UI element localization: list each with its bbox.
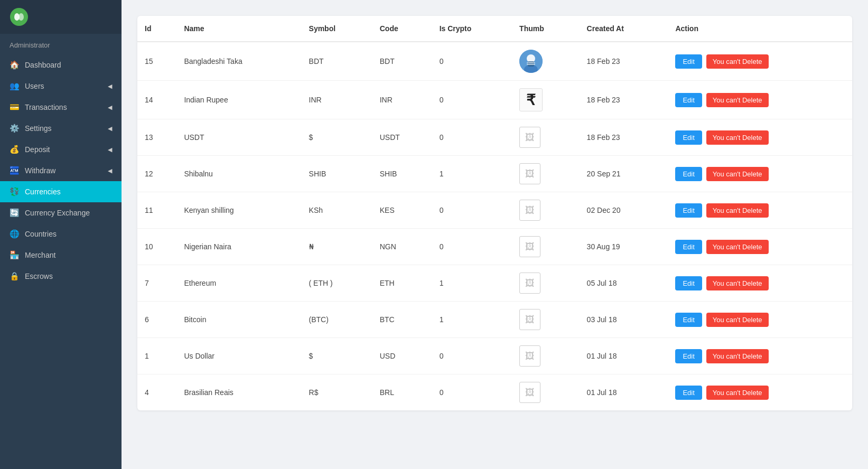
table-row: 1 Us Dollar $ USD 0 01 Jul 18 Edit You c… (137, 338, 852, 374)
edit-button[interactable]: Edit (675, 313, 702, 327)
withdraw-icon: 🏧 (10, 166, 20, 175)
cell-is-crypto: 0 (432, 229, 512, 265)
thumb-broken (519, 273, 540, 294)
cell-code: BRL (372, 374, 432, 411)
delete-button[interactable]: You can't Delete (706, 276, 769, 290)
cell-created-at: 18 Feb 23 (580, 42, 668, 81)
cell-thumb (512, 338, 579, 374)
cell-id: 7 (137, 265, 176, 302)
cell-id: 1 (137, 338, 176, 374)
cell-thumb (512, 119, 579, 156)
sidebar-item-escrows[interactable]: 🔒 Escrows (0, 266, 122, 287)
delete-button[interactable]: You can't Delete (706, 349, 769, 363)
sidebar-item-transactions[interactable]: 💳 Transactions ◀ (0, 97, 122, 118)
cell-created-at: 01 Jul 18 (580, 374, 668, 411)
cell-created-at: 03 Jul 18 (580, 302, 668, 338)
cell-symbol: (BTC) (302, 302, 372, 338)
cell-symbol: $ (302, 119, 372, 156)
table-header-row: IdNameSymbolCodeIs CryptoThumbCreated At… (137, 16, 852, 42)
delete-button[interactable]: You can't Delete (706, 203, 769, 218)
thumb-broken (519, 127, 540, 148)
cell-symbol: R$ (302, 374, 372, 411)
sidebar-admin-label: Administrator (0, 34, 122, 54)
col-header-is-crypto: Is Crypto (432, 16, 512, 42)
sidebar-item-merchant[interactable]: 🏪 Merchant (0, 245, 122, 266)
table-body: 15 Bangladeshi Taka BDT BDT 0 18 Feb 23 … (137, 42, 852, 410)
sidebar-item-currencies[interactable]: 💱 Currencies (0, 181, 122, 202)
table-row: 6 Bitcoin (BTC) BTC 1 03 Jul 18 Edit You… (137, 302, 852, 338)
thumb-broken (519, 200, 540, 221)
thumb-broken (519, 345, 540, 367)
cell-thumb (512, 156, 579, 192)
thumb-broken (519, 163, 540, 184)
edit-button[interactable]: Edit (675, 276, 702, 290)
edit-button[interactable]: Edit (675, 93, 702, 107)
svg-rect-7 (527, 62, 535, 63)
merchant-icon: 🏪 (10, 250, 20, 260)
cell-symbol: KSh (302, 192, 372, 229)
sidebar-item-dashboard[interactable]: 🏠 Dashboard (0, 54, 122, 76)
col-header-created-at: Created At (580, 16, 668, 42)
sidebar-item-label: Currency Exchange (25, 209, 90, 217)
edit-button[interactable]: Edit (675, 240, 702, 254)
cell-id: 10 (137, 229, 176, 265)
cell-id: 11 (137, 192, 176, 229)
cell-code: INR (372, 81, 432, 119)
chevron-icon: ◀ (108, 104, 112, 111)
edit-button[interactable]: Edit (675, 167, 702, 181)
cell-created-at: 01 Jul 18 (580, 338, 668, 374)
table-row: 4 Brasilian Reais R$ BRL 0 01 Jul 18 Edi… (137, 374, 852, 411)
delete-button[interactable]: You can't Delete (706, 167, 769, 181)
cell-id: 15 (137, 42, 176, 81)
sidebar-item-currency-exchange[interactable]: 🔄 Currency Exchange (0, 202, 122, 223)
delete-button[interactable]: You can't Delete (706, 240, 769, 254)
col-header-id: Id (137, 16, 176, 42)
edit-button[interactable]: Edit (675, 386, 702, 400)
sidebar-item-label: Merchant (25, 251, 55, 259)
cell-code: ETH (372, 265, 432, 302)
cell-thumb (512, 192, 579, 229)
sidebar-item-label: Currencies (25, 187, 61, 196)
edit-button[interactable]: Edit (675, 130, 702, 145)
cell-symbol: ₦ (302, 229, 372, 265)
cell-name: Shibalnu (176, 156, 301, 192)
table-header: IdNameSymbolCodeIs CryptoThumbCreated At… (137, 16, 852, 42)
sidebar-item-label: Countries (25, 230, 57, 238)
delete-button[interactable]: You can't Delete (706, 313, 769, 327)
cell-name: USDT (176, 119, 301, 156)
cell-is-crypto: 0 (432, 192, 512, 229)
deposit-icon: 💰 (10, 145, 20, 154)
chevron-icon: ◀ (108, 125, 112, 132)
sidebar-item-withdraw[interactable]: 🏧 Withdraw ◀ (0, 160, 122, 181)
sidebar-item-settings[interactable]: ⚙️ Settings ◀ (0, 118, 122, 139)
sidebar-item-label: Withdraw (25, 166, 55, 175)
cell-name: Ethereum (176, 265, 301, 302)
sidebar-item-countries[interactable]: 🌐 Countries (0, 223, 122, 245)
cell-action: Edit You can't Delete (668, 374, 852, 411)
sidebar-item-label: Users (25, 82, 44, 90)
sidebar-item-label: Dashboard (25, 61, 61, 69)
dashboard-icon: 🏠 (10, 60, 20, 70)
delete-button[interactable]: You can't Delete (706, 130, 769, 145)
cell-created-at: 18 Feb 23 (580, 119, 668, 156)
sidebar-item-deposit[interactable]: 💰 Deposit ◀ (0, 139, 122, 160)
edit-button[interactable]: Edit (675, 203, 702, 218)
cell-code: KES (372, 192, 432, 229)
svg-point-2 (18, 13, 24, 21)
cell-name: Us Dollar (176, 338, 301, 374)
delete-button[interactable]: You can't Delete (706, 386, 769, 400)
cell-created-at: 30 Aug 19 (580, 229, 668, 265)
chevron-icon: ◀ (108, 146, 112, 153)
edit-button[interactable]: Edit (675, 349, 702, 363)
cell-created-at: 05 Jul 18 (580, 265, 668, 302)
sidebar-item-users[interactable]: 👥 Users ◀ (0, 76, 122, 97)
edit-button[interactable]: Edit (675, 54, 702, 69)
col-header-name: Name (176, 16, 301, 42)
cell-code: BTC (372, 302, 432, 338)
settings-icon: ⚙️ (10, 124, 20, 133)
delete-button[interactable]: You can't Delete (706, 54, 769, 69)
currencies-table-container: IdNameSymbolCodeIs CryptoThumbCreated At… (137, 16, 852, 410)
cell-id: 6 (137, 302, 176, 338)
cell-thumb (512, 229, 579, 265)
delete-button[interactable]: You can't Delete (706, 93, 769, 107)
